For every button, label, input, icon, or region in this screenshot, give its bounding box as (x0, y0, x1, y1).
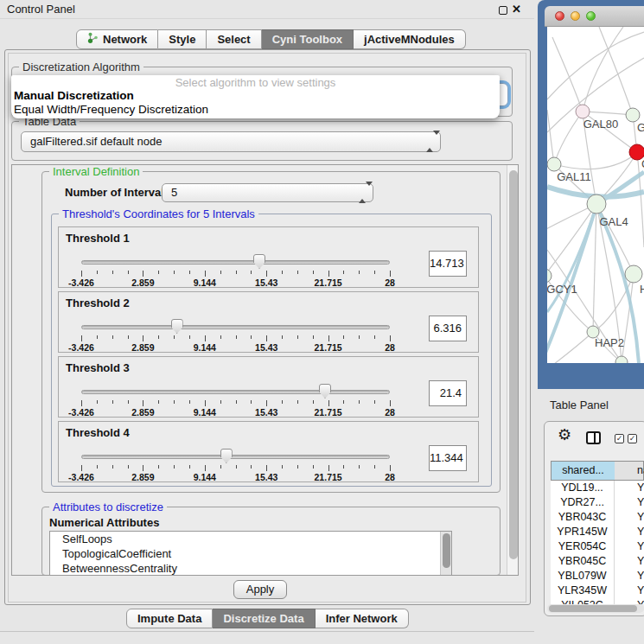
column-header-name[interactable]: na (615, 461, 644, 481)
tab-impute-data[interactable]: Impute Data (126, 609, 213, 628)
threshold-value-input[interactable]: 14.713 (429, 251, 467, 277)
settings-viewport: Interval Definition Number of Intervals … (11, 164, 519, 576)
threshold-value-input[interactable]: 21.4 (429, 380, 467, 406)
number-of-intervals-select[interactable]: 5 (162, 183, 373, 202)
minimize-traffic-light-icon[interactable] (571, 11, 580, 21)
cell-shared-name[interactable]: YBR043C (551, 510, 615, 525)
table-panel-title: Table Panel (550, 399, 609, 411)
screen: Control Panel ✕ NetworkStyleSelectCyni T… (0, 0, 644, 644)
table-row[interactable]: YPR145WYPR1 (551, 525, 644, 539)
cell-shared-name[interactable]: YLR345W (551, 583, 615, 598)
threshold-slider-thumb[interactable] (220, 449, 233, 463)
cell-name[interactable]: YDL1 (615, 481, 644, 495)
attribute-item-selfloops[interactable]: SelfLoops (50, 532, 451, 546)
threshold-slider-thumb[interactable] (253, 254, 265, 269)
tick-mark (158, 465, 159, 469)
cell-name[interactable]: YBL0 (615, 569, 644, 583)
threshold-label: Threshold 1 (66, 232, 130, 245)
cell-shared-name[interactable]: YDR27... (551, 495, 615, 510)
threshold-slider-track[interactable] (81, 325, 390, 329)
tick-mark (220, 400, 221, 404)
table-row[interactable]: YLR345WYLR3 (551, 583, 644, 598)
tick-mark (266, 400, 267, 406)
close-traffic-light-icon[interactable] (555, 11, 564, 21)
column-header-shared-name[interactable]: shared... (551, 461, 615, 481)
table-row[interactable]: YDR27...YDR2 (551, 495, 644, 510)
tick-mark (158, 271, 159, 274)
apply-button[interactable]: Apply (233, 580, 287, 599)
network-node-gcy1[interactable] (547, 269, 552, 283)
threshold-slider-thumb[interactable] (171, 319, 183, 334)
threshold-slider-thumb[interactable] (319, 384, 331, 399)
table-row[interactable]: YBR043CYBR0 (551, 510, 644, 525)
algorithm-dropdown-prompt: Select algorithm to view settings (11, 76, 500, 89)
checkbox-icon[interactable]: ✓ (615, 434, 624, 443)
tick-mark (266, 271, 267, 277)
tab-infer-network[interactable]: Infer Network (316, 609, 409, 628)
cell-name[interactable]: YBR0 (615, 554, 644, 569)
bottom-tab-bar: Impute DataDiscretize DataInfer Network (126, 609, 409, 628)
checkbox-icon[interactable]: ✓ (628, 434, 637, 443)
network-node-h[interactable] (625, 265, 642, 283)
table-hscrollbar-thumb[interactable] (549, 605, 637, 612)
settings-scrollbar[interactable] (507, 165, 518, 575)
network-node[interactable] (615, 356, 628, 363)
network-canvas[interactable]: GAL80GCGAL11GAL4GCY1HHAP2 (547, 27, 644, 363)
table-row[interactable]: YER054CYER0 (551, 539, 644, 554)
spinner-icon (359, 184, 367, 201)
threshold-slider-track[interactable] (81, 455, 390, 459)
attributes-scrollbar[interactable] (440, 532, 451, 576)
tick-mark (112, 400, 113, 404)
cell-shared-name[interactable]: YER054C (551, 539, 615, 554)
cell-name[interactable]: YER0 (615, 539, 644, 554)
table-row[interactable]: YIL052CYIL0 (551, 598, 644, 604)
cell-name[interactable]: YBR0 (615, 510, 644, 525)
table-row[interactable]: YDL19...YDL1 (551, 481, 644, 495)
network-node-gal80[interactable] (576, 105, 590, 118)
tab-cyni-toolbox[interactable]: Cyni Toolbox (262, 29, 354, 49)
attribute-item-topologicalcoefficient[interactable]: TopologicalCoefficient (50, 546, 451, 561)
table-hscrollbar[interactable] (547, 604, 644, 613)
algorithm-option-equal-width-frequency-discretization[interactable]: Equal Width/Frequency Discretization (14, 103, 208, 117)
tab-select[interactable]: Select (207, 29, 261, 49)
cell-shared-name[interactable]: YPR145W (551, 525, 615, 539)
tab-jactivemnodules[interactable]: jActiveMNodules (354, 29, 466, 49)
threshold-slider-track[interactable] (81, 390, 390, 394)
tick-mark (282, 465, 283, 469)
tick-mark (374, 271, 375, 274)
cell-name[interactable]: YLR3 (615, 583, 644, 598)
close-icon[interactable]: ✕ (512, 3, 521, 16)
network-node-gal11[interactable] (547, 157, 561, 171)
settings-scrollbar-thumb[interactable] (509, 170, 518, 559)
cell-shared-name[interactable]: YBR045C (551, 554, 615, 569)
table-row[interactable]: YBL079WYBL0 (551, 569, 644, 583)
tab-network[interactable]: Network (76, 29, 158, 49)
attribute-item-betweennesscentrality[interactable]: BetweennessCentrality (50, 561, 451, 576)
cell-shared-name[interactable]: YBL079W (551, 569, 615, 583)
algorithm-group-title: Discretization Algorithm (19, 61, 143, 73)
network-node-g[interactable] (626, 108, 640, 122)
network-node-gal4[interactable] (587, 194, 606, 214)
tab-discretize-data[interactable]: Discretize Data (213, 609, 315, 628)
interval-definition-group: Interval Definition Number of Intervals … (41, 171, 501, 493)
tab-style[interactable]: Style (158, 29, 207, 49)
cell-name[interactable]: YIL0 (615, 598, 644, 604)
network-window-titlebar[interactable] (545, 6, 644, 27)
tick-label: 21.715 (315, 342, 342, 353)
cell-name[interactable]: YPR1 (615, 525, 644, 539)
table-row[interactable]: YBR045CYBR0 (551, 554, 644, 569)
float-window-icon[interactable] (499, 6, 507, 15)
table-data-select[interactable]: galFiltered.sif default node (21, 131, 441, 152)
tick-mark (236, 335, 237, 339)
algorithm-option-manual-discretization[interactable]: Manual Discretization (14, 89, 134, 103)
threshold-value-input[interactable]: 11.344 (429, 445, 467, 471)
zoom-traffic-light-icon[interactable] (586, 11, 596, 21)
threshold-value-input[interactable]: 6.316 (429, 316, 467, 341)
gear-icon[interactable]: ⚙ (558, 427, 571, 443)
tick-label: 9.144 (194, 277, 216, 288)
cell-shared-name[interactable]: YDL19... (551, 481, 615, 495)
threshold-slider-track[interactable] (81, 260, 390, 265)
cell-name[interactable]: YDR2 (615, 495, 644, 510)
cell-shared-name[interactable]: YIL052C (551, 598, 615, 604)
columns-icon[interactable] (586, 431, 601, 444)
